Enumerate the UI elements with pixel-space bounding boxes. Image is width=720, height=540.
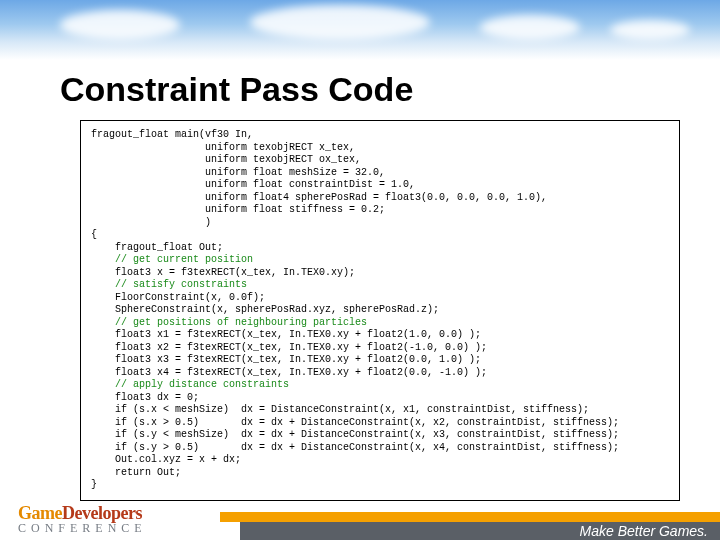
sky-background <box>0 0 720 60</box>
code-block: fragout_float main(vf30 In, uniform texo… <box>80 120 680 501</box>
logo-bottom-line: CONFERENCE <box>18 521 147 536</box>
slide-footer: Make Better Games. GameDevelopers CONFER… <box>0 498 720 540</box>
footer-tagline: Make Better Games. <box>580 523 708 539</box>
grey-bar: Make Better Games. <box>240 522 720 540</box>
cloud-decoration <box>480 15 580 40</box>
cloud-decoration <box>60 10 180 40</box>
cloud-decoration <box>610 20 690 40</box>
orange-bar <box>220 512 720 522</box>
slide-title: Constraint Pass Code <box>60 70 413 109</box>
code-content: fragout_float main(vf30 In, uniform texo… <box>91 129 669 492</box>
cloud-decoration <box>250 5 430 40</box>
gdc-logo: GameDevelopers CONFERENCE <box>18 503 147 536</box>
